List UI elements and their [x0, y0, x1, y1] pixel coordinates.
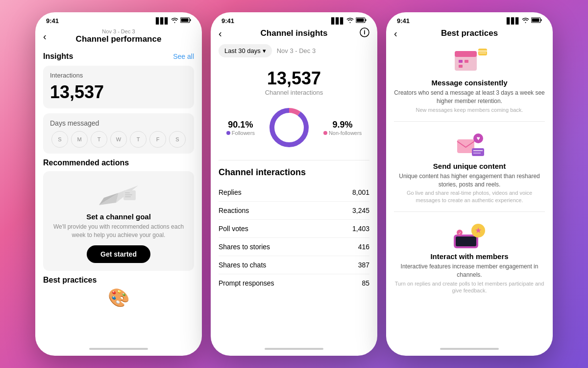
nav-date-1: Nov 3 - Dec 3 [76, 28, 162, 34]
time-3: 9:41 [397, 17, 410, 25]
svg-rect-31 [472, 148, 484, 156]
non-followers-stat: 9.9% Non-followers [323, 120, 362, 136]
list-item: ★ ✓ Interact with members Interactive fe… [394, 220, 545, 294]
table-row: Poll votes 1,403 [219, 220, 369, 238]
phone-channel-performance: 9:41 ▋▋▋ ‹ Nov 3 - Dec 3 Channel perform… [35, 12, 202, 356]
date-dropdown[interactable]: Last 30 days ▾ [219, 44, 272, 57]
bp-sub: New messages keep members coming back. [394, 106, 545, 113]
time-2: 9:41 [221, 17, 234, 25]
days-row: SMTWTFS [50, 131, 187, 148]
nav-bar-2: ‹ Channel insights i [211, 26, 377, 42]
svg-rect-9 [125, 196, 131, 197]
bp-title: Send unique content [394, 162, 545, 170]
status-bar-2: 9:41 ▋▋▋ [211, 12, 377, 26]
phone-channel-insights: 9:41 ▋▋▋ ‹ Channel insights i Last 30 da… [211, 12, 377, 356]
goal-illustration [94, 179, 143, 209]
day-circle: M [71, 131, 88, 148]
svg-rect-21 [455, 51, 477, 57]
svg-rect-8 [125, 194, 132, 195]
list-item: ♥ Send unique content Unique content has… [394, 130, 545, 204]
bp-title: Interact with members [394, 252, 545, 261]
svg-text:i: i [364, 29, 365, 36]
table-row: Shares to stories 416 [219, 238, 369, 256]
date-filter-row: Last 30 days ▾ Nov 3 - Dec 3 [211, 42, 377, 62]
table-row: Reactions 3,245 [219, 202, 369, 220]
bp-title: Message consistently [394, 79, 545, 87]
back-button-2[interactable]: ‹ [219, 28, 222, 39]
stat-value: 1,403 [352, 225, 369, 233]
followers-pct: 90.1% [226, 120, 255, 130]
status-icons-3: ▋▋▋ [507, 17, 542, 25]
day-circle: T [91, 131, 107, 148]
bp-desc: Unique content has higher engagement tha… [394, 172, 545, 189]
bp-icon [394, 46, 545, 76]
stat-value: 416 [358, 243, 369, 251]
back-button-3[interactable]: ‹ [394, 28, 397, 39]
day-circle: S [51, 131, 68, 148]
battery-icon-3 [531, 17, 542, 25]
stat-label: Poll votes [219, 225, 248, 233]
home-indicator-1 [35, 342, 202, 356]
stats-list: Replies 8,001 Reactions 3,245 Poll votes… [219, 184, 369, 292]
stat-value: 387 [358, 261, 369, 269]
list-item: Message consistently Creators who send a… [394, 46, 545, 113]
battery-icon-2 [356, 17, 367, 25]
stat-label: Shares to chats [219, 261, 266, 269]
stat-label: Replies [219, 188, 242, 196]
get-started-button[interactable]: Get started [87, 245, 150, 263]
date-range-2: Nov 3 - Dec 3 [277, 47, 316, 54]
stat-value: 85 [362, 279, 369, 287]
home-indicator-3 [386, 342, 553, 356]
status-icons-2: ▋▋▋ [331, 17, 367, 25]
nav-title-3: Best practices [441, 28, 498, 38]
interactions-number: 13,537 [50, 82, 187, 103]
day-circle: S [169, 131, 186, 148]
interactions-label: Interactions [50, 72, 187, 79]
day-circle: T [130, 131, 147, 148]
followers-label: Followers [226, 130, 255, 136]
donut-chart [265, 103, 314, 152]
nav-bar-1: ‹ Nov 3 - Dec 3 Channel performance [35, 26, 202, 48]
svg-rect-24 [459, 65, 463, 68]
channel-interactions-title: Channel interactions [219, 167, 369, 178]
table-row: Shares to chats 387 [219, 256, 369, 274]
best-practices-title-1: Best practices [43, 276, 194, 285]
bp-thumb: 🎨 [43, 288, 194, 308]
wifi-icon [171, 17, 178, 25]
back-button-1[interactable]: ‹ [43, 31, 47, 42]
goal-title: Set a channel goal [51, 212, 186, 221]
days-card: Days messaged SMTWTFS [43, 113, 194, 154]
donut-section: 90.1% Followers 9.9% Non-followers [211, 98, 377, 160]
bp-separator [394, 121, 545, 122]
svg-rect-19 [541, 19, 542, 21]
nav-title-2: Channel insights [261, 28, 328, 38]
phone-best-practices: 9:41 ▋▋▋ ‹ Best practices [386, 12, 553, 356]
svg-rect-23 [465, 60, 468, 63]
followers-stat: 90.1% Followers [226, 120, 255, 136]
wifi-icon-2 [346, 17, 354, 25]
svg-point-16 [272, 110, 306, 145]
nav-title-1: Channel performance [76, 34, 162, 44]
info-button[interactable]: i [360, 27, 369, 40]
svg-rect-35 [456, 237, 476, 246]
signal-icon-3: ▋▋▋ [507, 18, 520, 25]
bp-desc: Interactive features increase member eng… [394, 263, 545, 279]
svg-text:★: ★ [475, 226, 482, 235]
hero-label: Channel interactions [219, 89, 369, 96]
day-circle: W [110, 131, 127, 148]
channel-interactions-section: Channel interactions Replies 8,001 React… [211, 160, 377, 342]
insights-header: Insights See all [43, 52, 194, 61]
see-all-link[interactable]: See all [173, 53, 194, 60]
bp-separator [394, 211, 545, 212]
signal-icon-2: ▋▋▋ [331, 18, 344, 25]
chevron-down-icon: ▾ [263, 47, 266, 54]
bp-icon: ★ ✓ [394, 220, 545, 249]
svg-rect-11 [357, 19, 364, 22]
bp-sub: Go live and share real-time photos, vide… [394, 189, 545, 204]
svg-text:✓: ✓ [458, 231, 462, 236]
goal-desc: We'll provide you with recommended actio… [51, 223, 186, 239]
best-practices-content: Message consistently Creators who send a… [386, 42, 553, 342]
bp-desc: Creators who send a message at least 3 d… [394, 89, 545, 105]
battery-icon [180, 17, 191, 25]
status-bar-3: 9:41 ▋▋▋ [386, 12, 553, 26]
